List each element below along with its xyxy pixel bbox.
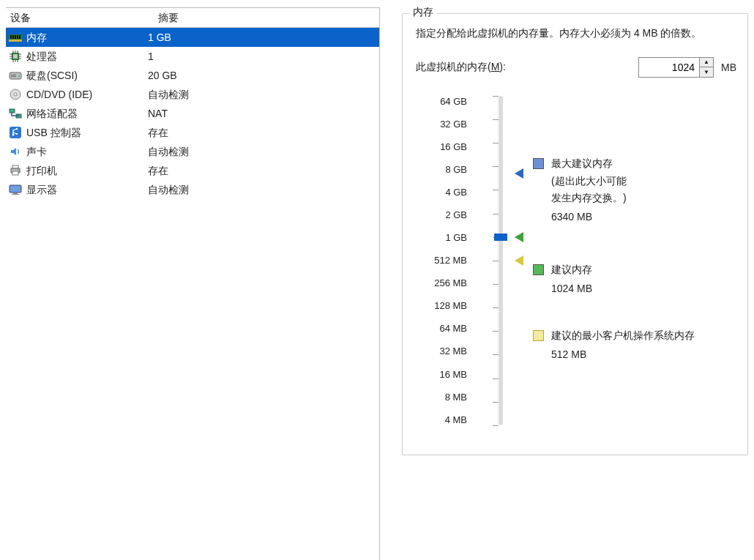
svg-rect-4 [15, 35, 16, 39]
disc-icon [9, 88, 22, 101]
hardware-summary: 自动检测 [145, 85, 379, 104]
memory-slider[interactable] [485, 96, 515, 425]
hardware-name: 显示器 [26, 180, 57, 199]
svg-rect-29 [10, 127, 21, 138]
svg-rect-5 [17, 35, 18, 39]
hardware-name: 硬盘(SCSI) [26, 66, 78, 85]
header-summary: 摘要 [154, 8, 379, 27]
slider-tick-label: 32 GB [416, 119, 467, 130]
svg-point-22 [18, 75, 20, 77]
memory-input[interactable] [639, 58, 699, 77]
hardware-summary: 自动检测 [145, 142, 379, 161]
svg-rect-33 [12, 165, 18, 168]
svg-rect-39 [12, 194, 19, 195]
slider-tick-label: 16 MB [416, 369, 467, 380]
cpu-icon [9, 50, 22, 63]
legend-rec: 建议内存 1024 MB [533, 261, 592, 298]
marker-rec-pointer-icon [515, 232, 523, 242]
svg-point-36 [18, 169, 19, 171]
slider-tick-mark [493, 143, 499, 143]
hardware-row-hdd[interactable]: 硬盘(SCSI)20 GB [6, 66, 379, 85]
hardware-name: CD/DVD (IDE) [26, 85, 92, 104]
slider-tick-label: 64 MB [416, 323, 467, 334]
legend-rec-swatch-icon [533, 264, 544, 275]
svg-rect-3 [12, 35, 14, 39]
hdd-icon [9, 69, 22, 82]
hardware-row-memory[interactable]: 内存1 GB [6, 28, 379, 47]
memory-group-title: 内存 [410, 6, 436, 19]
header-device: 设备 [6, 8, 154, 27]
hardware-summary: 自动检测 [145, 180, 379, 199]
slider-tick-mark [493, 425, 499, 426]
slider-tick-label: 8 GB [416, 164, 467, 175]
legend-max: 最大建议内存 (超出此大小可能 发生内存交换。) 6340 MB [533, 155, 627, 226]
usb-icon [9, 126, 22, 139]
slider-tick-label: 32 MB [416, 346, 467, 356]
memory-legend: 最大建议内存 (超出此大小可能 发生内存交换。) 6340 MB 建议内存 10… [533, 96, 736, 425]
slider-tick-mark [493, 166, 499, 167]
svg-rect-24 [11, 76, 16, 77]
svg-rect-35 [12, 171, 18, 175]
slider-tick-mark [493, 190, 499, 190]
legend-min-swatch-icon [533, 330, 544, 341]
nic-icon [9, 107, 22, 120]
svg-rect-2 [10, 35, 12, 39]
slider-tick-label: 64 GB [416, 96, 467, 107]
slider-tick-label: 1 GB [416, 232, 467, 243]
svg-rect-32 [16, 133, 18, 135]
hardware-name: 内存 [26, 28, 47, 47]
svg-rect-37 [10, 185, 21, 193]
legend-max-swatch-icon [533, 158, 544, 169]
slider-tick-label: 256 MB [416, 277, 467, 288]
slider-tick-mark [493, 96, 499, 97]
hardware-name: 网络适配器 [26, 104, 78, 123]
slider-tick-mark [493, 307, 499, 308]
svg-rect-27 [10, 109, 15, 113]
hardware-row-disc[interactable]: CD/DVD (IDE)自动检测 [6, 85, 379, 104]
legend-min: 建议的最小客户机操作系统内存 512 MB [533, 327, 695, 364]
slider-thumb[interactable] [494, 234, 507, 241]
svg-rect-6 [19, 35, 20, 39]
hardware-list: 设备 摘要 内存1 GB处理器1硬盘(SCSI)20 GBCD/DVD (IDE… [6, 7, 380, 560]
memory-spinner[interactable]: ▲ ▼ [638, 57, 714, 78]
hardware-summary: NAT [145, 104, 379, 123]
slider-tick-label: 128 MB [416, 300, 467, 311]
memory-input-label: 此虚拟机的内存(M): [416, 61, 506, 74]
spinner-down-button[interactable]: ▼ [700, 67, 713, 77]
sound-icon [9, 145, 22, 158]
slider-tick-mark [493, 331, 499, 332]
slider-tick-mark [493, 402, 499, 403]
slider-tick-label: 4 GB [416, 187, 467, 198]
svg-rect-38 [13, 193, 18, 194]
slider-tick-label: 8 MB [416, 392, 467, 403]
slider-tick-mark [493, 284, 499, 285]
slider-tick-mark [493, 261, 499, 261]
slider-tick-label: 16 GB [416, 141, 467, 152]
display-icon [9, 183, 22, 196]
hardware-row-nic[interactable]: 网络适配器NAT [6, 104, 379, 123]
svg-point-31 [16, 128, 18, 130]
svg-rect-8 [13, 54, 18, 59]
hardware-summary: 存在 [145, 161, 379, 180]
hardware-row-cpu[interactable]: 处理器1 [6, 47, 379, 66]
hardware-summary: 1 [145, 47, 379, 66]
slider-tick-label: 4 MB [416, 414, 467, 425]
slider-tick-labels: 64 GB32 GB16 GB8 GB4 GB2 GB1 GB512 MB256… [416, 96, 467, 425]
spinner-up-button[interactable]: ▲ [700, 58, 713, 68]
slider-tick-mark [493, 119, 499, 120]
slider-tick-mark [493, 354, 499, 355]
slider-tick-label: 2 GB [416, 209, 467, 220]
hardware-row-usb[interactable]: USB 控制器存在 [6, 123, 379, 142]
hardware-name: USB 控制器 [26, 123, 81, 142]
hardware-row-printer[interactable]: 打印机存在 [6, 161, 379, 180]
memory-input-line: 此虚拟机的内存(M): ▲ ▼ MB [416, 57, 736, 78]
slider-track [499, 96, 503, 425]
slider-tick-label: 512 MB [416, 255, 467, 266]
hardware-name: 处理器 [26, 47, 57, 66]
hardware-row-sound[interactable]: 声卡自动检测 [6, 142, 379, 161]
hardware-row-display[interactable]: 显示器自动检测 [6, 180, 379, 199]
memory-icon [9, 31, 22, 44]
marker-min-pointer-icon [515, 255, 523, 266]
hardware-summary: 20 GB [145, 66, 379, 85]
slider-tick-mark [493, 214, 499, 214]
